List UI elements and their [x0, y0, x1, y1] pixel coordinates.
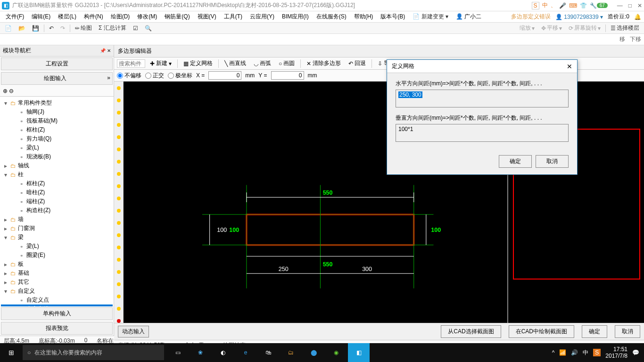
opt-ortho[interactable]: 正交 — [145, 72, 164, 80]
menu-cloud[interactable]: 云应用(Y) — [247, 12, 277, 22]
tree-item[interactable]: ▫现浇板(B) — [1, 152, 113, 161]
store-icon[interactable]: 🛍 — [257, 343, 279, 362]
tree-item[interactable]: ▾🗀柱 — [1, 170, 113, 179]
draw-button[interactable]: ✏ 绘图 — [73, 24, 94, 32]
menu-rebar[interactable]: 钢筋量(Q) — [162, 12, 192, 22]
menu-modify[interactable]: 修改(M) — [134, 12, 160, 22]
tree-item[interactable]: ▫框柱(Z) — [1, 179, 113, 188]
redo-icon[interactable]: ↷ — [58, 25, 67, 32]
close-icon[interactable]: ✕ — [637, 2, 642, 9]
app-icon-1[interactable]: ❀ — [190, 343, 211, 362]
menu-file[interactable]: 文件(F) — [3, 12, 27, 22]
taskview-icon[interactable]: ▭ — [167, 343, 189, 362]
dialog-cancel-button[interactable]: 取消 — [536, 155, 569, 168]
explorer-icon[interactable]: 🗂 — [280, 343, 302, 362]
sogou-icon[interactable]: S — [593, 349, 601, 356]
tree-item[interactable]: ▫暗柱(Z) — [1, 188, 113, 197]
tree-item[interactable]: ▸🗀轴线 — [1, 161, 113, 170]
tree-item[interactable]: ▫轴网(J) — [1, 107, 113, 116]
app-icon-5[interactable]: ◧ — [348, 343, 370, 362]
tree-item[interactable]: ▫筏板基础(M) — [1, 116, 113, 125]
move-btn[interactable]: 移 — [619, 35, 625, 43]
taskbar-search[interactable]: ○ 在这里输入你要搜索的内容 — [23, 345, 164, 360]
h-spacing-input[interactable]: 250, 300 — [396, 90, 569, 107]
draw-circle-button[interactable]: ○ 画圆 — [276, 58, 297, 68]
pin-icon[interactable]: 📌 ✕ — [100, 48, 111, 53]
edge-icon[interactable]: e — [235, 343, 256, 362]
dynamic-input-button[interactable]: 动态输入 — [118, 326, 149, 337]
save-icon[interactable]: 💾 — [30, 25, 41, 32]
dialog-ok-button[interactable]: 确定 — [499, 155, 532, 168]
tree-item[interactable]: ▫梁(L) — [1, 143, 113, 152]
menu-tool[interactable]: 工具(T) — [221, 12, 245, 22]
user-gxe[interactable]: 👤 广小二 — [453, 12, 484, 22]
tree-item[interactable]: ▸🗀门窗洞 — [1, 224, 113, 233]
tree-item[interactable]: ▫构造柱(Z) — [1, 206, 113, 215]
tree-item[interactable]: ▫圈梁(E) — [1, 251, 113, 260]
new-icon[interactable]: 📄 — [3, 25, 14, 32]
y-input[interactable] — [271, 71, 304, 80]
v-spacing-input[interactable]: 100*1 — [396, 124, 569, 142]
wifi-icon[interactable]: 📶 — [559, 349, 566, 356]
draw-arc-button[interactable]: ◡ 画弧 — [251, 58, 274, 68]
tree-item[interactable]: ▫剪力墙(Q) — [1, 134, 113, 143]
new-change[interactable]: 📄 新建变更 ▾ — [410, 12, 451, 22]
app-icon-3[interactable]: ⬤ — [303, 343, 324, 362]
tree-item[interactable]: ▫端柱(Z) — [1, 197, 113, 206]
opt-no-offset[interactable]: 不偏移 — [117, 72, 141, 80]
tree-item[interactable]: ▫梁(L) — [1, 242, 113, 251]
tree-item[interactable]: ▸🗀其它 — [1, 278, 113, 287]
new-button[interactable]: ✚ 新建 ▾ — [147, 58, 174, 68]
tree-item[interactable]: ▾🗀梁 — [1, 233, 113, 242]
x-input[interactable] — [208, 71, 241, 80]
tree-item[interactable]: ▸🗀墙 — [1, 215, 113, 224]
ime-tray[interactable]: 中 — [583, 349, 588, 357]
clock[interactable]: 17:51 2017/7/8 — [605, 346, 627, 360]
tree-item[interactable]: ▫自定义线(X)NEW — [1, 304, 113, 306]
undo-icon[interactable]: ↶ — [47, 25, 56, 32]
app-icon-4[interactable]: ◉ — [325, 343, 347, 362]
tree-item[interactable]: ▸🗀基础 — [1, 269, 113, 278]
start-button[interactable]: ⊞ — [0, 349, 23, 356]
tree-item[interactable]: ▾🗀常用构件类型 — [1, 99, 113, 107]
clear-polygon-button[interactable]: ✕ 清除多边形 — [304, 58, 344, 68]
min-icon[interactable]: — — [617, 2, 623, 9]
tree-item[interactable]: ▸🗀板 — [1, 260, 113, 269]
draw-input-button[interactable]: 绘图输入 » — [1, 72, 113, 85]
tree-item[interactable]: ▾🗀自定义 — [1, 287, 113, 296]
report-preview-button[interactable]: 报表预览 — [1, 322, 113, 335]
dialog-close-icon[interactable]: ✕ — [567, 63, 572, 70]
tray-up-icon[interactable]: ^ — [552, 349, 555, 356]
tree-item[interactable]: ▫框柱(Z) — [1, 125, 113, 134]
ok-button[interactable]: 确定 — [582, 325, 607, 338]
menu-online[interactable]: 在线服务(S) — [314, 12, 349, 22]
user-phone[interactable]: 👤 13907298339 ▾ — [555, 14, 603, 20]
app-icon-2[interactable]: ◐ — [212, 343, 234, 362]
menu-draw[interactable]: 绘图(D) — [108, 12, 133, 22]
volume-icon[interactable]: 🔊 — [571, 349, 578, 356]
menu-component[interactable]: 构件(N) — [81, 12, 106, 22]
collapse-icon[interactable]: ⊖ — [9, 88, 14, 94]
check-icon[interactable]: ☑ — [131, 25, 140, 32]
search-input[interactable] — [117, 59, 145, 68]
polygon-error[interactable]: 多边形定义错误 — [511, 13, 551, 21]
pan-button[interactable]: ✥ 平移 ▾ — [539, 24, 564, 32]
project-settings-button[interactable]: 工程设置 — [1, 58, 113, 70]
menu-view[interactable]: 视图(V) — [195, 12, 219, 22]
menu-help[interactable]: 帮助(H) — [351, 12, 376, 22]
from-cad-button[interactable]: 从CAD选择截面图 — [441, 325, 501, 338]
in-cad-button[interactable]: 在CAD中绘制截面图 — [509, 325, 574, 338]
open-icon[interactable]: 📂 — [17, 25, 27, 32]
search-icon[interactable]: 🔍 — [143, 25, 154, 32]
move-down-btn[interactable]: 下移 — [630, 35, 641, 43]
menu-floor[interactable]: 楼层(L) — [55, 12, 79, 22]
max-icon[interactable]: □ — [628, 2, 632, 9]
notifications-icon[interactable]: 💬 — [632, 349, 639, 356]
tree-item[interactable]: ▫自定义点 — [1, 296, 113, 304]
cancel-button[interactable]: 取消 — [615, 325, 640, 338]
menu-edit[interactable]: 编辑(E) — [29, 12, 53, 22]
zoom-button[interactable]: 缩放 ▾ — [518, 24, 537, 32]
undo-button[interactable]: ↶ 回退 — [346, 58, 369, 68]
expand-icon[interactable]: ⊕ — [3, 88, 8, 94]
menu-bim[interactable]: BIM应用(I) — [279, 12, 312, 22]
